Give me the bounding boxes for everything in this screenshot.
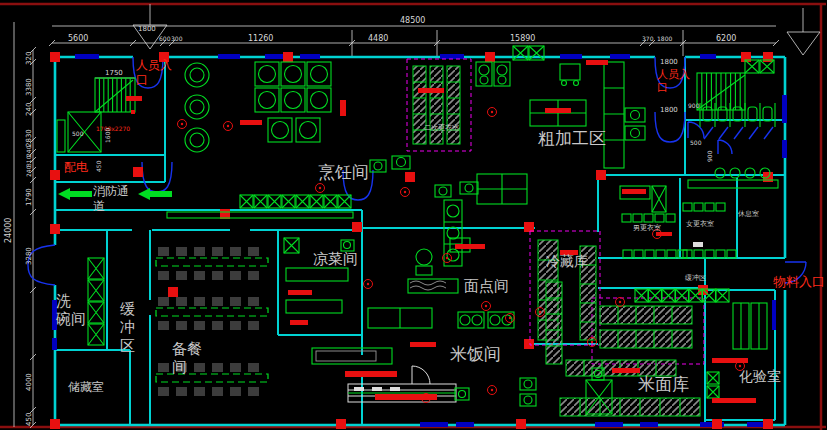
entrance-left: 人员入 口 xyxy=(136,58,172,87)
room-pastry: 面点间 xyxy=(464,277,509,295)
room-buffer-small: 缓冲区 xyxy=(685,274,706,283)
room-men-change: 男更衣室 xyxy=(633,224,661,233)
dim-total-top: 48500 xyxy=(400,16,425,26)
dim-1600-v: 1600 xyxy=(104,128,111,143)
room-cold-storage: 冷藏库 xyxy=(546,253,588,270)
wash-sinks xyxy=(688,168,778,188)
room-rough-processing: 粗加工区 xyxy=(538,128,606,149)
dim-3380: 3380 xyxy=(25,78,34,96)
dim-320: 320 xyxy=(25,52,34,65)
room-women-change: 女更衣室 xyxy=(686,220,714,229)
dim-600: 600 xyxy=(159,35,170,42)
dim-1800-in2: 1800 xyxy=(660,106,678,115)
dim-15890: 15890 xyxy=(510,34,535,44)
dim-500-t: 500 xyxy=(690,139,701,146)
dim-1800-r: 1800 xyxy=(657,35,672,42)
lockers xyxy=(620,186,736,258)
dim-4000: 4000 xyxy=(25,373,34,391)
room-cooking: 烹饪间 xyxy=(318,162,369,183)
dim-450-bl: 450 xyxy=(25,413,34,426)
dim-1790: 1790 xyxy=(25,188,34,206)
room-rest: 休息室 xyxy=(738,210,759,219)
dim-2830: 2830 xyxy=(25,129,34,147)
cad-floorplan-canvas[interactable]: 烹饪间粗加工区凉菜间面点间冷藏库米饭间米面库化验室洗 碗间缓 冲 区备餐 间储藏… xyxy=(0,0,827,430)
dim-11260: 11260 xyxy=(248,34,273,44)
dim-900-v: 900 xyxy=(706,151,713,162)
dim-500-el: 500 xyxy=(72,130,83,137)
room-rice-flour-store: 米面库 xyxy=(638,374,689,395)
room-prep: 备餐 间 xyxy=(172,340,202,377)
dim-6200: 6200 xyxy=(716,34,736,44)
dim-1800-in1: 1800 xyxy=(660,58,678,67)
cooking-equipment xyxy=(167,62,645,266)
room-rice: 米饭间 xyxy=(450,344,501,365)
dim-240c: 240 xyxy=(25,166,32,177)
dim-900-t: 900 xyxy=(688,102,699,109)
dim-total-left: 24000 xyxy=(4,218,14,243)
entrance-material: 物料入口 xyxy=(773,274,825,290)
room-buffer: 缓 冲 区 xyxy=(120,300,135,355)
room-lab: 化验室 xyxy=(739,368,781,385)
dim-450-v: 450 xyxy=(95,161,102,172)
room-fire-corridor: 消防通 道 xyxy=(93,184,129,213)
room-power: 配电 xyxy=(64,160,88,175)
room-second-change: 二次更衣室 xyxy=(424,124,459,133)
dim-5600: 5600 xyxy=(68,34,88,44)
dim-4480: 4480 xyxy=(368,34,388,44)
room-cold-dish: 凉菜间 xyxy=(313,250,358,268)
dim-300: 300 xyxy=(171,35,182,42)
floorplan-drawing xyxy=(0,0,827,430)
room-storage: 储藏室 xyxy=(68,380,104,395)
dim-1750: 1750 xyxy=(105,69,123,78)
lab-equipment xyxy=(733,303,767,349)
door-spec: 1700x2270 xyxy=(96,125,130,132)
dim-1800-door: 1800 xyxy=(138,25,156,34)
dim-240a: 240 xyxy=(25,103,34,116)
rice-room-door xyxy=(412,366,430,384)
stairs-right xyxy=(697,73,745,110)
dim-3280: 3280 xyxy=(25,247,34,265)
room-dishwash: 洗 碗间 xyxy=(56,292,86,329)
entrance-right: 人员入 口 xyxy=(657,68,690,95)
dim-370: 370 xyxy=(642,35,653,42)
